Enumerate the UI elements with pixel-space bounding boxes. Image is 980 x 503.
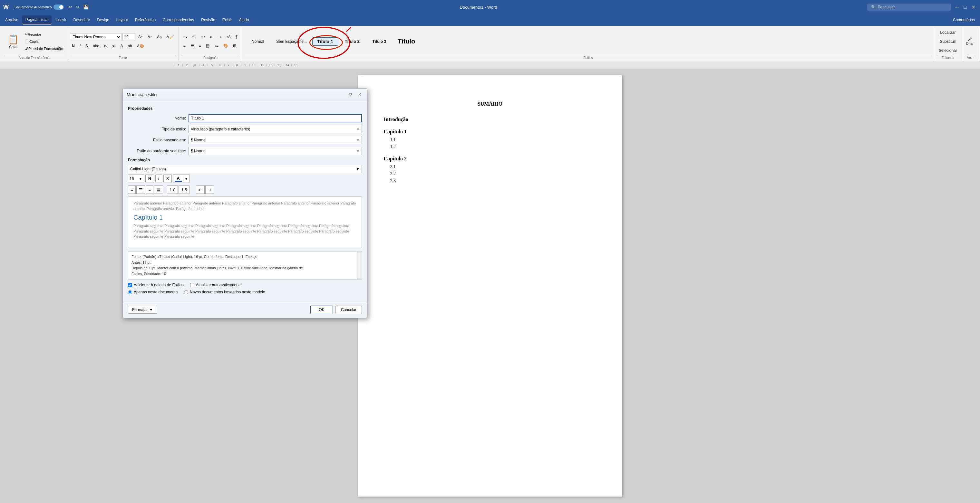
underline-button[interactable]: S: [83, 42, 90, 50]
menu-comentarios[interactable]: Comentários: [950, 16, 978, 24]
search-input[interactable]: [878, 5, 942, 10]
font-size-input[interactable]: [123, 33, 135, 41]
font-color-arrow[interactable]: ▼: [183, 176, 189, 181]
sort-button[interactable]: ↕A: [224, 33, 233, 41]
font-size-select[interactable]: 16 ▼: [128, 175, 144, 183]
menu-correspondencias[interactable]: Correspondências: [159, 16, 197, 24]
align-left-button[interactable]: ≡: [181, 42, 188, 49]
autosave-toggle[interactable]: [54, 5, 64, 10]
document-title: Documento1 - Word: [460, 5, 497, 10]
dialog-help-button[interactable]: ?: [347, 92, 354, 98]
menu-pagina-inicial[interactable]: Página Inicial: [22, 16, 52, 24]
undo-button[interactable]: ↩: [67, 4, 73, 10]
novos-docs-radio-label[interactable]: Novos documentos baseados neste modelo: [184, 290, 265, 294]
show-marks-button[interactable]: ¶: [234, 33, 239, 41]
cut-button[interactable]: ✂ Recortar: [23, 31, 64, 38]
align-left-btn[interactable]: ≡: [128, 186, 136, 194]
copy-button[interactable]: 📄 Copiar: [23, 38, 64, 45]
line-spacing-button[interactable]: ↕≡: [212, 42, 220, 49]
formatar-button[interactable]: Formatar ▼: [128, 306, 157, 314]
tipo-estilo-select[interactable]: Vinculado (parágrafo e caracteres) ▼: [189, 125, 362, 133]
menu-exibir[interactable]: Exibir: [219, 16, 235, 24]
substituir-button[interactable]: Substituir: [937, 38, 959, 45]
align-right-button[interactable]: ≡: [197, 42, 203, 49]
multilevel-button[interactable]: ≡↕: [199, 33, 207, 41]
increase-indent-button[interactable]: ⇥: [216, 33, 223, 41]
menu-ajuda[interactable]: Ajuda: [236, 16, 252, 24]
search-bar[interactable]: 🔍: [867, 3, 951, 11]
justify-btn[interactable]: ▤: [154, 186, 163, 194]
style-no-spacing[interactable]: Sem Espaçame...: [272, 38, 311, 45]
menu-layout[interactable]: Layout: [113, 16, 131, 24]
format-painter-button[interactable]: 🖌 Pincel de Formatação: [23, 45, 64, 52]
adicionar-galeria-checkbox[interactable]: [128, 283, 132, 287]
nome-input[interactable]: [189, 114, 362, 122]
localizar-button[interactable]: Localizar: [937, 29, 959, 36]
menu-arquivo[interactable]: Arquivo: [2, 16, 22, 24]
novos-docs-radio[interactable]: [184, 290, 188, 294]
apenas-doc-radio-label[interactable]: Apenas neste documento: [128, 290, 178, 294]
align-right-btn[interactable]: ≡: [146, 186, 154, 194]
modificar-estilo-dialog[interactable]: Modificar estilo ? × Propriedades Nome: …: [123, 88, 368, 318]
justify-button[interactable]: ▤: [204, 42, 212, 49]
decrease-indent-btn[interactable]: ⇤: [196, 186, 205, 194]
subscript-button[interactable]: x₂: [102, 42, 109, 50]
cancelar-button[interactable]: Cancelar: [336, 306, 362, 314]
line-spacing-btn[interactable]: 1.5: [178, 186, 189, 194]
style-titulo-1[interactable]: Título 1: [312, 37, 338, 46]
selecionar-button[interactable]: Selecionar: [937, 47, 959, 54]
dialog-italic-button[interactable]: I: [155, 175, 162, 183]
ditar-button[interactable]: 🎤 Ditar: [964, 36, 975, 46]
menu-inserir[interactable]: Inserir: [52, 16, 69, 24]
close-button[interactable]: ✕: [970, 4, 977, 10]
description-scrollbar[interactable]: [357, 252, 361, 279]
superscript-button[interactable]: x²: [110, 42, 117, 50]
font-name-select[interactable]: Times New Roman: [70, 33, 121, 41]
font-color-button[interactable]: A: [118, 42, 125, 50]
highlight-button[interactable]: ab: [126, 42, 134, 50]
minimize-button[interactable]: ─: [954, 4, 960, 10]
atualizar-auto-checkbox-label[interactable]: Atualizar automaticamente: [190, 283, 242, 287]
increase-indent-btn[interactable]: ⇥: [205, 186, 214, 194]
maximize-button[interactable]: □: [963, 4, 968, 10]
apenas-doc-radio[interactable]: [128, 290, 132, 294]
font-color-control[interactable]: A ▼: [173, 175, 189, 183]
redo-button[interactable]: ↪: [75, 4, 81, 10]
menu-referencias[interactable]: Referências: [132, 16, 159, 24]
bullets-button[interactable]: ≡▪: [181, 33, 189, 41]
document-page[interactable]: SUMÁRIO Introdução Capítulo 1 1.1 1.2 Ca…: [358, 75, 622, 497]
style-titulo[interactable]: Título: [393, 36, 419, 47]
italic-button[interactable]: I: [78, 42, 83, 50]
ok-button[interactable]: OK: [310, 306, 333, 314]
font-shrink-button[interactable]: A⁻: [146, 33, 154, 41]
numbering-button[interactable]: ≡1: [190, 33, 198, 41]
borders-button[interactable]: ⊞: [231, 42, 238, 49]
baseado-em-select[interactable]: ¶ Normal ▼: [189, 136, 362, 144]
save-button[interactable]: 💾: [82, 4, 90, 10]
decrease-indent-button[interactable]: ⇤: [208, 33, 215, 41]
dialog-close-button[interactable]: ×: [356, 91, 363, 98]
single-space-btn[interactable]: 1.0: [167, 186, 178, 194]
style-titulo-3[interactable]: Título 3: [366, 38, 392, 45]
change-case-button[interactable]: Aa: [155, 33, 164, 41]
clear-format-button[interactable]: A🧹: [165, 33, 176, 41]
menu-design[interactable]: Design: [94, 16, 112, 24]
paragrafo-seguinte-select[interactable]: ¶ Normal ▼: [189, 147, 362, 155]
bold-button[interactable]: N: [70, 42, 77, 50]
paste-button[interactable]: 📋 Colar: [5, 33, 22, 50]
align-center-btn[interactable]: ☰: [136, 186, 145, 194]
text-shading-button[interactable]: A🎨: [135, 42, 146, 50]
dialog-strike-button[interactable]: S: [163, 175, 172, 183]
adicionar-galeria-checkbox-label[interactable]: Adicionar à galeria de Estilos: [128, 283, 184, 287]
atualizar-auto-checkbox[interactable]: [190, 283, 194, 287]
dialog-bold-button[interactable]: N: [145, 175, 154, 183]
strikethrough-button[interactable]: abc: [91, 42, 101, 50]
style-normal[interactable]: Normal: [245, 38, 271, 45]
font-grow-button[interactable]: A⁺: [136, 33, 145, 41]
style-titulo-2[interactable]: Título 2: [339, 37, 365, 45]
menu-desenhar[interactable]: Desenhar: [70, 16, 93, 24]
shading-button[interactable]: 🎨: [221, 42, 230, 49]
align-center-button[interactable]: ☰: [189, 42, 196, 49]
menu-revisao[interactable]: Revisão: [198, 16, 218, 24]
font-select[interactable]: Calibri Light (Títulos) ▼: [128, 165, 362, 173]
